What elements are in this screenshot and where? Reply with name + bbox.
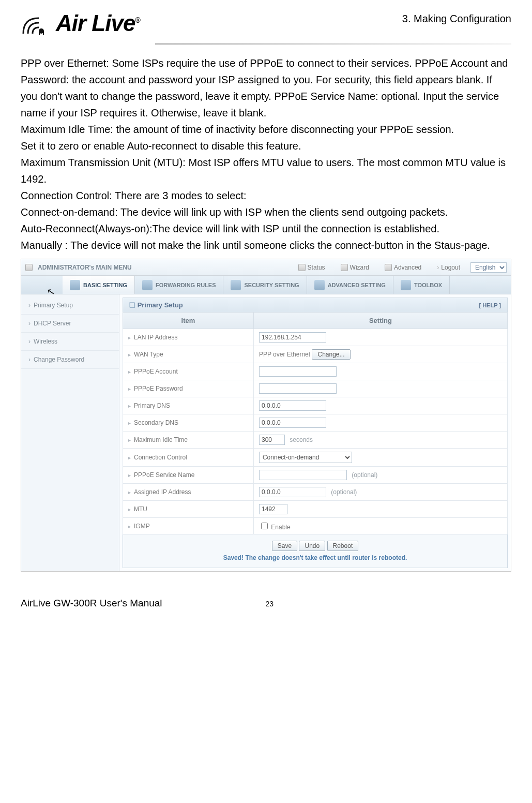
settings-table: Item Setting LAN IP Address WAN Type PPP…	[123, 312, 508, 534]
table-row: WAN Type PPP over Ethernet Change...	[123, 346, 508, 363]
sidebar: Primary Setup DHCP Server Wireless Chang…	[21, 294, 119, 571]
forwarding-icon	[142, 280, 153, 290]
language-select[interactable]: English	[470, 262, 507, 273]
logo: Air Live®	[21, 10, 140, 36]
svg-rect-2	[43, 31, 44, 35]
panel-title: Primary Setup	[138, 301, 183, 309]
label-lan-ip: LAN IP Address	[123, 329, 254, 346]
action-bar: Save Undo Reboot Saved! The change doesn…	[123, 534, 508, 568]
table-row: Maximum Idle Time seconds	[123, 432, 508, 449]
input-service-name[interactable]	[259, 470, 347, 480]
label-wan-type: WAN Type	[123, 346, 254, 363]
input-max-idle[interactable]	[259, 435, 285, 445]
table-row: PPPoE Service Name (optional)	[123, 467, 508, 484]
input-pppoe-account[interactable]	[259, 366, 337, 377]
input-lan-ip[interactable]	[259, 332, 326, 343]
input-assigned-ip[interactable]	[259, 487, 326, 497]
saved-message: Saved! The change doesn't take effect un…	[129, 554, 501, 561]
wizard-icon	[341, 264, 348, 271]
label-pppoe-password: PPPoE Password	[123, 380, 254, 397]
tab-advanced-setting[interactable]: ADVANCED SETTING	[307, 276, 393, 294]
toolbox-icon	[401, 280, 411, 290]
label-max-idle: Maximum Idle Time	[123, 432, 254, 449]
label-assigned-ip: Assigned IP Address	[123, 484, 254, 501]
optional-text: (optional)	[352, 471, 377, 479]
table-row: Secondary DNS	[123, 414, 508, 432]
col-item: Item	[123, 313, 254, 329]
top-menu-bar: ADMINISTRATOR's MAIN MENU Status Wizard …	[21, 259, 511, 276]
square-icon	[25, 264, 33, 271]
table-row: LAN IP Address	[123, 329, 508, 346]
tab-bar: ↖ BASIC SETTING FORWARDING RULES SECURIT…	[21, 276, 511, 294]
security-icon	[231, 280, 241, 290]
label-service-name: PPPoE Service Name	[123, 467, 254, 484]
table-row: PPPoE Account	[123, 363, 508, 380]
sidebar-item-change-password[interactable]: Change Password	[21, 351, 119, 369]
page-number: 23	[266, 600, 274, 608]
table-row: IGMP Enable	[123, 518, 508, 534]
help-link[interactable]: [ HELP ]	[479, 302, 501, 308]
advanced-setting-icon	[314, 280, 325, 290]
input-mtu[interactable]	[259, 504, 287, 514]
nav-status[interactable]: Status	[293, 264, 330, 271]
nav-advanced[interactable]: Advanced	[379, 264, 427, 271]
chapter-title: 3. Making Configuration	[402, 10, 511, 25]
table-row: PPPoE Password	[123, 380, 508, 397]
tab-forwarding-rules[interactable]: FORWARDING RULES	[135, 276, 224, 294]
label-conn-ctrl: Connection Control	[123, 449, 254, 467]
reboot-button[interactable]: Reboot	[327, 541, 359, 551]
col-setting: Setting	[253, 313, 507, 329]
status-icon	[298, 264, 306, 271]
label-mtu: MTU	[123, 501, 254, 518]
undo-button[interactable]: Undo	[299, 541, 325, 551]
input-secondary-dns[interactable]	[259, 418, 326, 428]
select-connection-control[interactable]: Connect-on-demand	[259, 452, 352, 463]
change-button[interactable]: Change...	[312, 349, 350, 360]
checkbox-label-enable: Enable	[271, 524, 290, 531]
optional-text: (optional)	[331, 488, 357, 496]
advanced-icon	[385, 264, 392, 271]
body-text: PPP over Ethernet: Some ISPs require the…	[21, 55, 511, 254]
input-pppoe-password[interactable]	[259, 383, 337, 394]
sidebar-item-wireless[interactable]: Wireless	[21, 333, 119, 351]
table-row: Assigned IP Address (optional)	[123, 484, 508, 501]
checkbox-igmp[interactable]	[261, 523, 268, 529]
save-button[interactable]: Save	[272, 541, 297, 551]
logo-text: Air Live®	[56, 10, 140, 36]
main-panel: ❏ Primary Setup [ HELP ] Item Setting LA…	[119, 294, 511, 571]
value-wan-type: PPP over Ethernet	[259, 351, 310, 358]
table-row: MTU	[123, 501, 508, 518]
tab-basic-setting[interactable]: BASIC SETTING	[63, 276, 135, 294]
sidebar-item-dhcp-server[interactable]: DHCP Server	[21, 315, 119, 333]
label-pppoe-account: PPPoE Account	[123, 363, 254, 380]
table-row: Primary DNS	[123, 397, 508, 414]
tab-toolbox[interactable]: TOOLBOX	[393, 276, 450, 294]
manual-title: AirLive GW-300R User's Manual	[21, 598, 162, 609]
input-primary-dns[interactable]	[259, 400, 326, 411]
table-row: Connection Control Connect-on-demand	[123, 449, 508, 467]
signal-icon	[21, 10, 52, 36]
svg-rect-1	[39, 31, 40, 35]
header-divider	[155, 43, 511, 44]
label-primary-dns: Primary DNS	[123, 397, 254, 414]
sidebar-item-primary-setup[interactable]: Primary Setup	[21, 296, 119, 315]
basic-setting-icon	[70, 280, 80, 290]
label-igmp: IGMP	[123, 518, 254, 534]
unit-seconds: seconds	[290, 436, 313, 443]
nav-wizard[interactable]: Wizard	[336, 264, 374, 271]
tab-security-setting[interactable]: SECURITY SETTING	[223, 276, 307, 294]
square-icon: ❏	[129, 301, 135, 309]
router-admin-screenshot: ADMINISTRATOR's MAIN MENU Status Wizard …	[21, 259, 511, 572]
label-secondary-dns: Secondary DNS	[123, 414, 254, 432]
nav-logout[interactable]: › Logout	[432, 264, 465, 271]
admin-main-menu-title: ADMINISTRATOR's MAIN MENU	[38, 264, 132, 271]
